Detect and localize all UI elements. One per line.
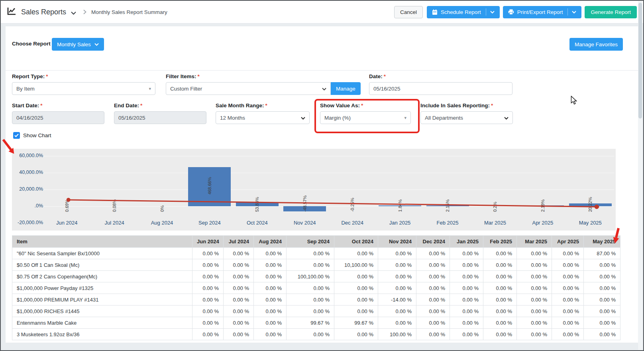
table-row: $1,000,000 PREMIUM PLAY #14310.00 %0.00 … [12, 294, 620, 306]
bar-value-label: 0.69% [65, 199, 69, 212]
show-value-as-select[interactable]: Margin (%)▾ [320, 111, 411, 124]
chevron-down-icon [322, 86, 326, 92]
value-cell: 0.00 % [483, 282, 517, 294]
chevron-down-icon[interactable] [490, 11, 495, 14]
schedule-report-label: Schedule Report [441, 9, 481, 15]
check-icon [14, 134, 19, 137]
value-cell: 0.00 % [552, 271, 584, 282]
value-cell: 0.00 % [254, 329, 287, 340]
x-axis-month-label: Jul 2024 [90, 220, 138, 226]
value-cell: 0.00 % [378, 306, 416, 317]
value-cell: 0.00 % [552, 306, 584, 317]
x-axis-month-label: Aug 2024 [138, 220, 186, 226]
y-axis-tick-label: 20,000.0% [14, 186, 43, 192]
value-cell: 0.00 % [287, 306, 334, 317]
y-axis-tick-label: .0% [14, 203, 43, 209]
value-cell: 0.00 % [378, 248, 416, 259]
value-cell: 0.00 % [224, 248, 254, 259]
generate-report-button[interactable]: Generate Report [585, 6, 637, 18]
value-cell: 0.00 % [483, 329, 517, 340]
value-cell: 0.00 % [483, 294, 517, 306]
filter-items-select[interactable]: Custom Filter [166, 82, 331, 95]
value-cell: 0.00 % [552, 282, 584, 294]
column-header: Jan 2025 [450, 236, 483, 248]
value-cell: 0.00 % [450, 271, 483, 282]
dropdown-arrow-icon: ▾ [404, 115, 406, 120]
x-axis-month-label: Apr 2025 [519, 220, 566, 226]
value-cell: 0.00 % [517, 271, 552, 282]
value-cell: 0.00 % [552, 294, 584, 306]
value-cell: 0.00 % [584, 317, 620, 329]
value-cell: 0.00 % [224, 329, 254, 340]
value-cell: 0.00 % [224, 306, 254, 317]
value-cell: 0.00 % [416, 271, 450, 282]
value-cell: 0.00 % [334, 306, 378, 317]
scrollbar-thumb[interactable] [638, 3, 642, 118]
y-axis-tick-label: 40,000.0% [14, 170, 43, 175]
value-cell: 0.00 % [450, 248, 483, 259]
value-cell: 0.00 % [584, 306, 620, 317]
value-cell: 0.00 % [552, 317, 584, 329]
cancel-button[interactable]: Cancel [394, 6, 423, 18]
value-cell: 0.00 % [254, 294, 287, 306]
report-type-select[interactable]: By Item▾ [12, 82, 155, 95]
print-export-report-button[interactable]: Print/Export Report [503, 6, 582, 18]
item-name-cell: $0.75 Off 2 Cans Copenhagen(Mc) [12, 271, 192, 282]
value-cell: 0.00 % [192, 282, 224, 294]
bar-value-label: 468.66% [207, 177, 212, 194]
value-cell: 0.00 % [224, 294, 254, 306]
manage-favorites-button[interactable]: Manage Favorites [569, 38, 623, 51]
value-cell: 0.00 % [416, 259, 450, 271]
value-cell: 0.00 % [378, 271, 416, 282]
print-export-label: Print/Export Report [517, 9, 563, 15]
breadcrumb: Monthly Sales Report Summary [91, 9, 167, 15]
calendar-icon [432, 9, 438, 15]
bar-value-label: 53.83% [255, 197, 259, 212]
chevron-down-icon[interactable] [572, 11, 576, 14]
value-cell: 0.00 % [192, 248, 224, 259]
column-header: Aug 2024 [254, 236, 287, 248]
value-cell: 0.00 % [552, 248, 584, 259]
value-cell: 0.00 % [416, 294, 450, 306]
vertical-scrollbar[interactable] [638, 1, 642, 350]
item-name-cell: $1,000,000 RICHES #1445 [12, 306, 192, 317]
include-in-sales-select[interactable]: All Departments [420, 111, 513, 124]
value-cell: 0.00 % [450, 306, 483, 317]
column-header: Jul 2024 [224, 236, 254, 248]
item-name-cell: "60" Nic Sesenta Sampler Bx/10000 [12, 248, 192, 259]
x-axis-month-label: May 2025 [567, 220, 614, 226]
x-axis-month-label: Sep 2024 [186, 220, 233, 226]
report-panel: Choose Report Monthly Sales Manage Favor… [6, 26, 639, 343]
report-selector-dropdown[interactable]: Monthly Sales [52, 38, 104, 51]
end-date-input: 05/16/2025 [114, 111, 206, 124]
bar-value-label: 1.84% [398, 199, 402, 212]
value-cell: 0.00 % [450, 294, 483, 306]
column-header: Feb 2025 [483, 236, 517, 248]
value-cell: 0.00 % [334, 248, 378, 259]
value-cell: 0.00 % [517, 259, 552, 271]
value-cell: 0.00 % [584, 259, 620, 271]
value-cell: 87.00 % [584, 248, 620, 259]
x-axis-month-label: Jan 2025 [376, 220, 424, 226]
value-cell: 0.00 % [192, 259, 224, 271]
value-cell: 0.00 % [517, 282, 552, 294]
bar-value-label: 0% [160, 205, 165, 212]
value-cell: -14.00 % [378, 294, 416, 306]
value-cell: 0.00 % [254, 282, 287, 294]
schedule-report-button[interactable]: Schedule Report [427, 6, 500, 18]
value-cell: 0.00 % [416, 248, 450, 259]
value-cell: 100.00 % [378, 329, 416, 340]
x-axis-month-label: Nov 2024 [281, 220, 328, 226]
value-cell: 0.00 % [584, 294, 620, 306]
value-cell: 0.00 % [287, 282, 334, 294]
date-input[interactable]: 05/16/2025 [369, 82, 512, 95]
value-cell: 0.00 % [483, 271, 517, 282]
manage-filter-button[interactable]: Manage [331, 82, 361, 95]
chevron-down-icon[interactable] [71, 9, 76, 16]
bar-value-label: 2.15% [445, 199, 450, 212]
value-cell: 10,100.00 % [334, 259, 378, 271]
sale-month-range-select[interactable]: 12 Months [216, 111, 310, 124]
value-cell: 0.00 % [287, 259, 334, 271]
gridline [43, 206, 614, 207]
x-axis-month-label: Oct 2024 [234, 220, 281, 226]
